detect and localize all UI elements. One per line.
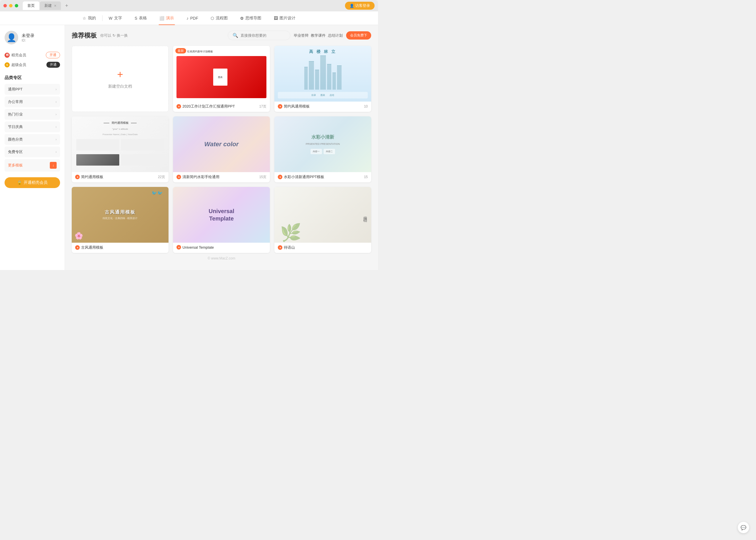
rice-member-label: 稻壳会员	[11, 53, 26, 58]
nav-item-design[interactable]: 🖼 图片设计	[267, 11, 302, 25]
skyline-buildings	[278, 56, 368, 90]
simple-date: Presenter Name | Date | Year/Date	[76, 133, 164, 136]
nav-item-table[interactable]: S 表格	[128, 11, 153, 25]
template-info-universal: ★ Universal Template	[173, 243, 270, 252]
refresh-hint-prefix: 你可以	[100, 33, 111, 38]
tab-home[interactable]: 首页	[23, 1, 39, 10]
template-name-watercolor-hand: ★ 清新简约水彩手绘通用	[177, 175, 259, 180]
header-left: 推荐模板 你可以 ↻ 换一换	[72, 31, 128, 40]
skyline-inner: 高 楼 林 立 目录	[274, 46, 371, 101]
rice-open-button[interactable]: 开通	[46, 52, 60, 58]
template-thumb-simple-general: 高 楼 林 立 目录	[274, 46, 371, 101]
member-row-rice: 稻 稻壳会员 开通	[5, 50, 60, 60]
template-card-ancient[interactable]: 🐦🐦 🌸 古风通用模板 传统文化 · 古典韵味 · 精美设计 ★ 古风通用模板	[72, 187, 169, 253]
quick-tag-graduation[interactable]: 毕业答辩	[294, 33, 309, 38]
template-card-simple-common[interactable]: 简约通用模板 "your" s attitude Presenter Name …	[72, 116, 169, 182]
tab-new[interactable]: 新建 ×	[40, 1, 61, 10]
nav-item-mindmap[interactable]: ✿ 思维导图	[234, 11, 267, 25]
rice-member-icon: 稻	[5, 53, 10, 58]
watercolor2-item2: 内容二	[324, 149, 335, 154]
new-blank-doc-card[interactable]: + 新建空白文档	[72, 46, 169, 112]
nav-item-pdf[interactable]: ♪ PDF	[180, 11, 204, 25]
chinese-chars: 待語山	[363, 213, 368, 216]
minimize-button[interactable]	[9, 4, 13, 7]
simple-photo	[76, 154, 119, 166]
wps-thumb-inner: WPS 红色简约新年计划模板 图表	[173, 46, 270, 101]
header-right: 🔍 毕业答辩 教学课件 总结计划 会员免费下	[228, 31, 371, 40]
skyline-stat2: 图表	[321, 94, 325, 97]
nav-item-text[interactable]: W 文字	[102, 11, 128, 25]
category-item-office[interactable]: 办公常用 ›	[5, 96, 60, 107]
new-doc-label: 新建空白文档	[108, 84, 132, 89]
template-card-watercolor-fresh[interactable]: 水彩小清新 PRSENTED PRESENTATION 内容一 内容二 ★ 水彩…	[274, 116, 371, 182]
titlebar: 首页 新建 × + 👤 访客登录	[0, 0, 378, 11]
flowchart-icon: ⬡	[211, 16, 214, 21]
super-open-button[interactable]: 开通	[46, 62, 60, 68]
category-item-more[interactable]: 更多模板 ↓	[5, 159, 60, 172]
wps-image-content: 图表	[211, 66, 232, 88]
nav-item-presentation[interactable]: ⬜ 演示	[153, 11, 180, 25]
page-title: 推荐模板	[72, 31, 97, 40]
tab-bar: 首页 新建 × +	[23, 1, 345, 10]
crown-icon: ★	[177, 175, 181, 179]
table-icon: S	[135, 16, 137, 21]
category-label-free: 免费专区	[8, 149, 23, 155]
username: 未登录	[22, 33, 35, 39]
template-card-simple-general[interactable]: 高 楼 林 立 目录	[274, 46, 371, 112]
membership-section: 稻 稻壳会员 开通 S 超级会员 开通	[5, 50, 60, 69]
super-member-label: 超级会员	[11, 62, 26, 68]
member-label-super: S 超级会员	[5, 62, 26, 68]
template-name-universal: ★ Universal Template	[177, 245, 266, 249]
close-button[interactable]	[3, 4, 7, 7]
user-id: ID:	[22, 39, 35, 42]
ancient-birds: 🐦🐦	[151, 190, 163, 196]
ancient-inner: 🐦🐦 🌸 古风通用模板 传统文化 · 古典韵味 · 精美设计	[72, 187, 169, 243]
chevron-right-icon: ›	[56, 100, 57, 104]
template-info-watercolor-hand: ★ 清新简约水彩手绘通用 15页	[173, 172, 270, 182]
tab-add-button[interactable]: +	[63, 2, 71, 10]
template-card-universal[interactable]: UniversalTemplate ★ Universal Template	[173, 187, 270, 253]
category-item-general-ppt[interactable]: 通用PPT ›	[5, 84, 60, 95]
refresh-hint[interactable]: 你可以 ↻ 换一换	[100, 33, 128, 38]
pdf-icon: ♪	[187, 16, 189, 21]
maximize-button[interactable]	[15, 4, 18, 7]
template-card-wps-plan[interactable]: WPS 红色简约新年计划模板 图表	[173, 46, 270, 112]
template-card-chinese[interactable]: 🌿 待語山 ★ 待语山	[274, 187, 371, 253]
ancient-flower: 🌸	[75, 232, 83, 240]
simple-block3	[121, 154, 164, 166]
guest-login-button[interactable]: 👤 访客登录	[345, 2, 375, 10]
chevron-right-icon: ›	[56, 125, 57, 129]
category-item-color[interactable]: 颜色分类 ›	[5, 134, 60, 145]
nav-item-flowchart[interactable]: ⬡ 流程图	[204, 11, 234, 25]
search-bar[interactable]: 🔍	[228, 31, 290, 40]
template-thumb-wps-plan: WPS 红色简约新年计划模板 图表	[173, 46, 270, 101]
nav-item-mine[interactable]: ☆ 我的	[76, 11, 102, 25]
category-item-holiday[interactable]: 节日庆典 ›	[5, 121, 60, 132]
quick-tag-teaching[interactable]: 教学课件	[311, 33, 326, 38]
template-thumb-ancient: 🐦🐦 🌸 古风通用模板 传统文化 · 古典韵味 · 精美设计	[72, 187, 169, 243]
category-item-free[interactable]: 免费专区 ›	[5, 147, 60, 157]
tab-close-icon[interactable]: ×	[54, 3, 56, 8]
template-name-ancient: ★ 古风通用模板	[75, 245, 165, 250]
building6	[333, 72, 336, 90]
download-icon: ↓	[50, 162, 57, 169]
watercolor-text: Water color	[204, 141, 239, 148]
category-item-industry[interactable]: 热门行业 ›	[5, 109, 60, 120]
ancient-subtitle: 传统文化 · 古典韵味 · 精美设计	[102, 216, 137, 220]
vip-free-download-button[interactable]: 会员免费下	[346, 31, 371, 40]
category-label-holiday: 节日庆典	[8, 124, 23, 129]
simple-content-grid	[76, 139, 164, 168]
user-icon: 👤	[350, 4, 354, 8]
nav-flowchart-label: 流程图	[216, 16, 228, 21]
template-pages-simple-common: 22页	[158, 175, 165, 180]
simple-block2	[121, 139, 164, 151]
building4	[320, 56, 326, 90]
avatar-icon: 👤	[7, 33, 17, 42]
activate-membership-button[interactable]: 🔒 开通稻壳会员	[5, 177, 60, 188]
search-input[interactable]	[240, 33, 283, 38]
template-card-watercolor-hand[interactable]: Water color ★ 清新简约水彩手绘通用 15页	[173, 116, 270, 182]
content-area: 推荐模板 你可以 ↻ 换一换 🔍 毕业答辩 教学课件 总结计划 会员免费下	[65, 25, 378, 270]
quick-tag-summary[interactable]: 总结计划	[328, 33, 343, 38]
building3	[315, 70, 319, 90]
wps-logo-row: WPS 红色简约新年计划模板	[177, 49, 266, 54]
